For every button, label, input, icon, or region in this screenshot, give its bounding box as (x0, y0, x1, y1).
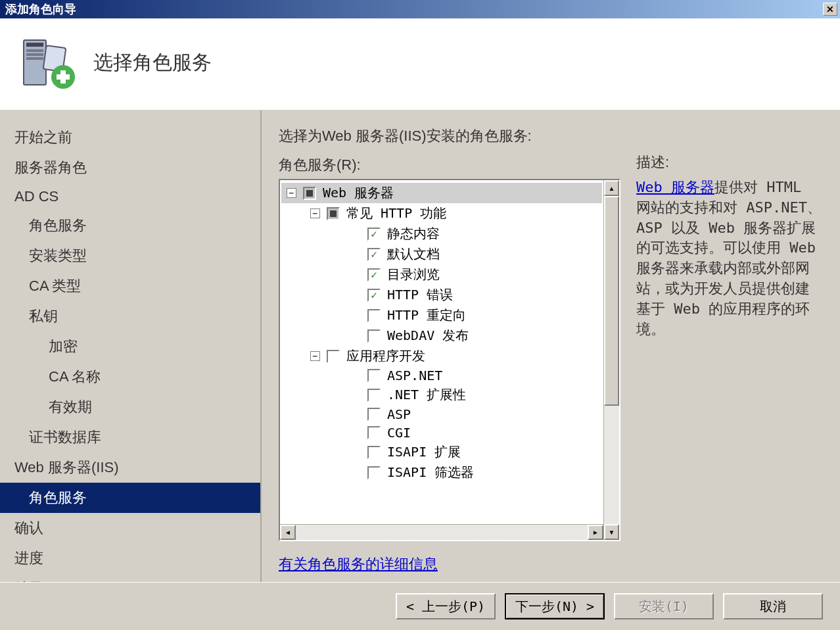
nav-item-2[interactable]: AD CS (0, 183, 260, 210)
checkbox[interactable] (367, 228, 381, 241)
list-label: 角色服务(R): (279, 155, 620, 175)
checkbox[interactable] (327, 207, 340, 220)
tree-item-2[interactable]: 静态内容 (281, 224, 602, 244)
instruction-text: 选择为Web 服务器(IIS)安装的角色服务: (279, 126, 620, 146)
tree-item-label: ISAPI 扩展 (387, 443, 461, 461)
nav-item-13[interactable]: 确认 (0, 513, 260, 543)
checkbox[interactable] (367, 268, 381, 281)
nav-item-15[interactable]: 结果 (0, 573, 260, 582)
scroll-thumb[interactable] (604, 196, 619, 406)
next-button[interactable]: 下一步(N) > (505, 593, 605, 619)
nav-item-7[interactable]: 加密 (0, 331, 260, 362)
install-button: 安装(I) (614, 593, 714, 619)
titlebar: 添加角色向导 ✕ (0, 0, 840, 18)
tree-item-label: 常见 HTTP 功能 (346, 205, 446, 222)
tree-item-label: 应用程序开发 (346, 347, 425, 365)
nav-item-0[interactable]: 开始之前 (0, 122, 260, 153)
svg-rect-2 (26, 49, 43, 52)
checkbox[interactable] (367, 248, 381, 261)
tree-item-label: WebDAV 发布 (387, 327, 469, 345)
horizontal-scrollbar[interactable]: ◄ ► (280, 524, 603, 540)
tree-item-label: ASP.NET (387, 368, 442, 383)
svg-rect-4 (26, 57, 43, 60)
tree-item-13[interactable]: ISAPI 扩展 (281, 442, 602, 462)
tree-item-10[interactable]: .NET 扩展性 (281, 385, 602, 405)
tree-item-8[interactable]: −应用程序开发 (281, 346, 602, 366)
tree-item-label: ASP (387, 406, 411, 422)
checkbox[interactable] (367, 309, 381, 322)
description-label: 描述: (636, 153, 823, 172)
tree-item-label: 目录浏览 (387, 266, 440, 283)
svg-rect-8 (57, 74, 70, 80)
tree-item-7[interactable]: WebDAV 发布 (281, 326, 602, 346)
nav-item-12[interactable]: 角色服务 (0, 483, 260, 513)
tree-item-5[interactable]: HTTP 错误 (281, 285, 602, 305)
checkbox[interactable] (367, 329, 381, 343)
button-row: < 上一步(P) 下一步(N) > 安装(I) 取消 (0, 582, 840, 630)
wizard-window: 添加角色向导 ✕ 选择角色服务 开始之前服务器角色AD CS角色服务安装类型CA… (0, 0, 840, 630)
checkbox[interactable] (367, 426, 381, 439)
main-panel: 选择为Web 服务器(IIS)安装的角色服务: 角色服务(R): −Web 服务… (260, 110, 840, 582)
nav-item-3[interactable]: 角色服务 (0, 210, 260, 241)
close-button[interactable]: ✕ (823, 3, 837, 16)
scroll-up-icon[interactable]: ▲ (604, 180, 619, 196)
nav-item-5[interactable]: CA 类型 (0, 271, 260, 301)
tree-item-12[interactable]: CGI (281, 424, 602, 442)
scroll-left-icon[interactable]: ◄ (280, 525, 296, 540)
tree-item-label: 默认文档 (387, 245, 440, 263)
tree-item-label: ISAPI 筛选器 (387, 464, 474, 481)
nav-sidebar: 开始之前服务器角色AD CS角色服务安装类型CA 类型私钥加密CA 名称有效期证… (0, 110, 260, 582)
tree-item-label: Web 服务器 (323, 184, 394, 202)
nav-item-9[interactable]: 有效期 (0, 392, 260, 422)
checkbox[interactable] (303, 187, 316, 200)
tree-item-6[interactable]: HTTP 重定向 (281, 305, 602, 326)
tree-item-label: .NET 扩展性 (387, 386, 466, 404)
scroll-down-icon[interactable]: ▼ (604, 524, 619, 540)
checkbox[interactable] (367, 289, 381, 302)
checkbox[interactable] (367, 408, 381, 421)
nav-item-10[interactable]: 证书数据库 (0, 422, 260, 452)
tree-item-11[interactable]: ASP (281, 405, 602, 424)
prev-button[interactable]: < 上一步(P) (396, 593, 496, 619)
tree-item-0[interactable]: −Web 服务器 (281, 183, 602, 203)
tree-item-4[interactable]: 目录浏览 (281, 264, 602, 285)
tree-item-label: CGI (387, 425, 411, 441)
details-link[interactable]: 有关角色服务的详细信息 (279, 554, 620, 574)
nav-item-6[interactable]: 私钥 (0, 301, 260, 331)
nav-item-8[interactable]: CA 名称 (0, 362, 260, 392)
nav-item-4[interactable]: 安装类型 (0, 241, 260, 271)
checkbox[interactable] (367, 389, 381, 402)
checkbox[interactable] (327, 350, 340, 363)
checkbox[interactable] (367, 446, 381, 459)
vertical-scrollbar[interactable]: ▲ ▼ (603, 180, 619, 540)
header: 选择角色服务 (0, 18, 840, 110)
role-services-tree[interactable]: −Web 服务器−常见 HTTP 功能静态内容默认文档目录浏览HTTP 错误HT… (279, 179, 620, 541)
expander-icon[interactable]: − (310, 351, 320, 361)
tree-item-3[interactable]: 默认文档 (281, 244, 602, 264)
expander-icon[interactable]: − (310, 208, 320, 218)
tree-item-label: HTTP 重定向 (387, 306, 466, 324)
nav-item-14[interactable]: 进度 (0, 543, 260, 573)
svg-rect-0 (24, 40, 46, 85)
tree-item-1[interactable]: −常见 HTTP 功能 (281, 203, 602, 224)
tree-item-14[interactable]: ISAPI 筛选器 (281, 462, 602, 483)
tree-item-9[interactable]: ASP.NET (281, 366, 602, 385)
nav-item-11[interactable]: Web 服务器(IIS) (0, 452, 260, 483)
svg-rect-3 (26, 53, 43, 56)
wizard-icon (18, 34, 78, 93)
description-link[interactable]: Web 服务器 (636, 179, 714, 195)
window-title: 添加角色向导 (3, 1, 76, 17)
tree-item-label: 静态内容 (387, 225, 440, 243)
nav-item-1[interactable]: 服务器角色 (0, 153, 260, 183)
description-text: Web 服务器提供对 HTML 网站的支持和对 ASP.NET、ASP 以及 W… (636, 178, 823, 339)
scroll-right-icon[interactable]: ► (588, 525, 603, 540)
checkbox[interactable] (367, 369, 381, 382)
page-title: 选择角色服务 (93, 49, 212, 76)
cancel-button[interactable]: 取消 (723, 593, 823, 619)
svg-rect-1 (26, 43, 43, 47)
checkbox[interactable] (367, 466, 381, 479)
expander-icon[interactable]: − (287, 188, 296, 198)
content-area: 开始之前服务器角色AD CS角色服务安装类型CA 类型私钥加密CA 名称有效期证… (0, 110, 840, 582)
tree-item-label: HTTP 错误 (387, 286, 453, 304)
